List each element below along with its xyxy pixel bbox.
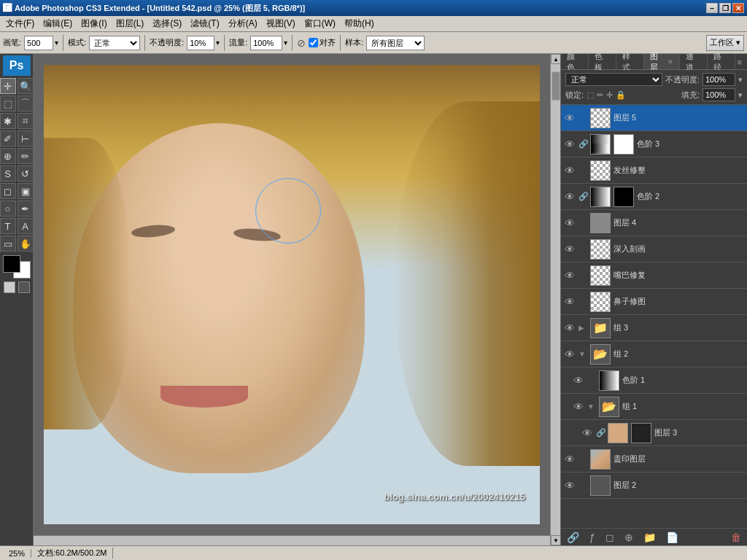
minimize-button[interactable]: –: [706, 3, 718, 13]
screen-mode-icon[interactable]: [18, 281, 30, 293]
tab-color[interactable]: 颜色: [561, 54, 589, 69]
menu-help[interactable]: 帮助(H): [340, 16, 379, 31]
zoom-tool[interactable]: 🔍: [18, 78, 34, 94]
hair-eye[interactable]: 👁: [564, 165, 576, 176]
add-mask-btn[interactable]: ◻: [603, 532, 617, 543]
layer-item-mouth[interactable]: 👁 嘴巴修复: [561, 262, 747, 289]
brush-tool[interactable]: ✏: [18, 148, 34, 164]
layer-item-levels3[interactable]: 👁 🔗 色阶 3: [561, 131, 747, 158]
new-layer-btn[interactable]: 📄: [663, 532, 681, 543]
tab-styles[interactable]: 样式: [616, 54, 644, 69]
workspace-button[interactable]: 工作区 ▾: [706, 35, 744, 51]
group1-expand[interactable]: ▼: [587, 402, 596, 411]
new-adjustment-btn[interactable]: ⊕: [622, 532, 636, 543]
canvas-area[interactable]: blog.sina.com.cn/u/2002410215 ▲ ▼: [34, 54, 560, 545]
lasso-tool[interactable]: ⌒: [18, 96, 34, 112]
healing-brush-tool[interactable]: ⊕: [0, 148, 16, 164]
brush-dropdown-btn[interactable]: ▾: [55, 39, 58, 47]
pen-tool[interactable]: ✒: [18, 201, 34, 217]
hand-tool[interactable]: ✋: [18, 236, 34, 252]
history-brush-tool[interactable]: ↺: [18, 166, 34, 182]
brush-size-input[interactable]: [24, 36, 53, 50]
align-check-input[interactable]: [309, 38, 318, 47]
magic-wand-tool[interactable]: ✱: [0, 113, 16, 129]
opacity-arrow[interactable]: ▾: [738, 75, 743, 85]
eyedropper-tool[interactable]: ✐: [0, 131, 16, 147]
layer2-eye[interactable]: 👁: [564, 480, 576, 491]
menu-view[interactable]: 视图(V): [262, 16, 300, 31]
add-style-btn[interactable]: ƒ: [587, 532, 598, 543]
opacity-dropdown[interactable]: ▾: [216, 39, 220, 47]
tab-paths[interactable]: 路径: [708, 54, 735, 69]
lock-position-icon[interactable]: ✛: [606, 90, 613, 100]
detail-eye[interactable]: 👁: [564, 244, 576, 255]
lock-transparent-icon[interactable]: ⬚: [587, 90, 594, 100]
levels2-link[interactable]: 🔗: [578, 192, 587, 201]
layer-item-4[interactable]: 👁 图层 4: [561, 210, 747, 236]
layer-item-2[interactable]: 👁 图层 2: [561, 472, 747, 499]
layer-item-3[interactable]: 👁 🔗 图层 3: [561, 420, 747, 446]
tab-layers-close[interactable]: ✕: [667, 58, 673, 66]
menu-layer[interactable]: 图层(L): [112, 16, 149, 31]
clone-stamp-tool[interactable]: S: [0, 166, 16, 182]
levels1-eye[interactable]: 👁: [573, 375, 584, 386]
path-select-tool[interactable]: A: [18, 218, 34, 234]
levels2-eye[interactable]: 👁: [564, 191, 576, 203]
mouth-eye[interactable]: 👁: [564, 270, 576, 281]
layer-5-eye[interactable]: 👁: [564, 112, 576, 124]
text-tool[interactable]: T: [0, 218, 16, 234]
scrollbar-up-arrow[interactable]: ▲: [551, 54, 560, 64]
lock-image-icon[interactable]: ✏: [597, 90, 603, 100]
align-checkbox[interactable]: 对齐: [309, 37, 336, 48]
menu-filter[interactable]: 滤镜(T): [186, 16, 223, 31]
quick-mask-icon[interactable]: [4, 281, 15, 293]
menu-edit[interactable]: 编辑(E): [39, 16, 77, 31]
group3-eye[interactable]: 👁: [564, 322, 576, 334]
link-layers-btn[interactable]: 🔗: [564, 532, 582, 543]
levels3-eye[interactable]: 👁: [564, 139, 576, 150]
tab-channels[interactable]: 通道: [680, 54, 708, 69]
canvas-scrollbar-h[interactable]: [34, 535, 550, 545]
layer4-eye[interactable]: 👁: [564, 217, 576, 229]
menu-analysis[interactable]: 分析(A): [224, 16, 262, 31]
layer-item-group1[interactable]: 👁 ▼ 📂 组 1: [561, 394, 747, 420]
eraser-tool[interactable]: ◻: [0, 183, 16, 199]
menu-image[interactable]: 图像(I): [77, 16, 111, 31]
layer-item-hair[interactable]: 👁 发丝修整: [561, 158, 747, 184]
layer-item-group2[interactable]: 👁 ▼ 📂 组 2: [561, 341, 747, 368]
fill-value-input[interactable]: [703, 88, 735, 101]
menu-select[interactable]: 选择(S): [148, 16, 186, 31]
panel-menu-btn[interactable]: ≡: [735, 58, 744, 66]
levels3-link[interactable]: 🔗: [578, 139, 587, 149]
menu-file[interactable]: 文件(F): [1, 16, 39, 31]
opacity-value-input[interactable]: [703, 73, 735, 86]
layer-item-levels2[interactable]: 👁 🔗 色阶 2: [561, 184, 747, 210]
stamp-eye[interactable]: 👁: [564, 454, 576, 465]
layer-item-detail[interactable]: 👁 深入刻画: [561, 236, 747, 262]
flow-input[interactable]: [250, 36, 282, 50]
lock-all-icon[interactable]: 🔒: [616, 90, 626, 100]
marquee-tool[interactable]: ⬚: [0, 96, 16, 112]
delete-layer-btn[interactable]: 🗑: [728, 532, 744, 543]
crop-tool[interactable]: ⌗: [18, 113, 34, 129]
opacity-input[interactable]: [187, 36, 214, 50]
group3-expand[interactable]: ▶: [578, 324, 587, 332]
new-group-btn[interactable]: 📁: [640, 532, 659, 543]
tab-swatches[interactable]: 色板: [589, 54, 616, 69]
fill-arrow[interactable]: ▾: [738, 90, 743, 100]
sample-select[interactable]: 所有图层: [366, 36, 425, 50]
layer-item-levels1[interactable]: 👁 色阶 1: [561, 368, 747, 394]
layer-item-nose[interactable]: 👁 鼻子修图: [561, 289, 747, 315]
group2-eye[interactable]: 👁: [564, 349, 576, 360]
tab-layers[interactable]: 图层 ✕: [644, 54, 680, 69]
mode-select[interactable]: 正常: [89, 36, 140, 50]
shape-tool[interactable]: ▭: [0, 236, 16, 252]
move-tool[interactable]: ✛: [0, 78, 16, 94]
flow-dropdown[interactable]: ▾: [284, 39, 287, 47]
color-picker[interactable]: [3, 255, 31, 279]
gradient-tool[interactable]: ▣: [18, 183, 34, 199]
layers-list[interactable]: 👁 图层 5 👁 🔗 色阶 3 👁 发丝修整: [561, 105, 747, 528]
airbrush-icon[interactable]: ⊘: [297, 37, 306, 49]
layer3-eye[interactable]: 👁: [581, 427, 593, 439]
nose-eye[interactable]: 👁: [564, 296, 576, 308]
